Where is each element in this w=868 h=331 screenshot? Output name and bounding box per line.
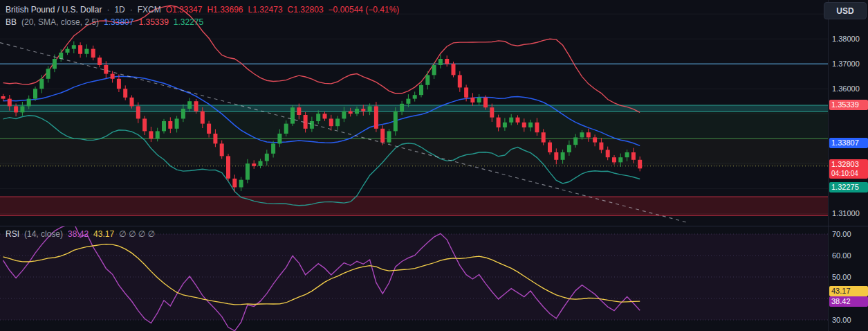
- ohlc-high: H1.33696: [207, 5, 243, 15]
- rsi-chart[interactable]: [0, 226, 828, 331]
- price-tick-label: 1.38000: [832, 34, 860, 44]
- symbol-title[interactable]: British Pound / U.S. Dollar: [6, 5, 102, 15]
- rsi-tick-label: 30.00: [832, 315, 851, 325]
- rsi-legend: RSI (14, close) 38.42 43.17 ∅ ∅ ∅ ∅: [6, 229, 155, 239]
- rsi-params: (14, close): [24, 229, 63, 239]
- separator-dot: ·: [107, 5, 109, 15]
- price-badge: 1.33807: [829, 138, 868, 148]
- rsi-tick-label: 60.00: [832, 251, 851, 260]
- bb-upper-value: 1.35339: [138, 17, 168, 27]
- ohlc-close: C1.32803: [288, 5, 324, 15]
- rsi-legend-row[interactable]: RSI (14, close) 38.42 43.17 ∅ ∅ ∅ ∅: [6, 229, 155, 239]
- ohlc-low: L1.32473: [248, 5, 283, 15]
- exchange-label: FXCM: [138, 5, 161, 15]
- rsi-ma-value: 43.17: [93, 229, 114, 239]
- bb-name[interactable]: BB: [6, 17, 17, 27]
- rsi-name[interactable]: RSI: [6, 229, 19, 239]
- rsi-badge: 38.42: [829, 296, 868, 307]
- bb-lower-value: 1.32275: [174, 17, 203, 27]
- symbol-legend-row[interactable]: British Pound / U.S. Dollar · 1D · FXCM …: [6, 5, 399, 15]
- price-legend: British Pound / U.S. Dollar · 1D · FXCM …: [6, 5, 399, 27]
- trading-chart-window: British Pound / U.S. Dollar · 1D · FXCM …: [0, 0, 868, 331]
- rsi-empty-values: ∅ ∅ ∅ ∅: [119, 229, 155, 239]
- bb-legend-row[interactable]: BB (20, SMA, close, 2.5) 1.33807 1.35339…: [6, 17, 399, 27]
- rsi-badge: 43.17: [829, 286, 868, 296]
- price-badge: 1.32275: [829, 182, 868, 193]
- interval-label[interactable]: 1D: [114, 5, 124, 15]
- price-chart[interactable]: [0, 0, 828, 226]
- price-scale-axis[interactable]: 1.380001.370001.360001.3100070.0060.0050…: [828, 0, 868, 331]
- price-tick-label: 1.37000: [832, 59, 860, 69]
- price-tick-label: 1.36000: [832, 84, 860, 93]
- rsi-tick-label: 70.00: [832, 229, 851, 239]
- price-badge: 1.3280304:10:04: [829, 159, 868, 179]
- bb-basis-value: 1.33807: [104, 17, 133, 27]
- price-badge: 1.35339: [829, 100, 868, 110]
- separator-dot: ·: [130, 5, 133, 15]
- change-label: −0.00544 (−0.41%): [329, 5, 400, 15]
- currency-button[interactable]: USD: [824, 2, 867, 19]
- pane-separator[interactable]: [0, 226, 868, 226]
- rsi-value: 38.42: [68, 229, 89, 239]
- rsi-tick-label: 50.00: [832, 272, 851, 282]
- ohlc-open: O1.33347: [166, 5, 203, 15]
- price-tick-label: 1.31000: [832, 208, 860, 218]
- bb-params: (20, SMA, close, 2.5): [21, 17, 99, 27]
